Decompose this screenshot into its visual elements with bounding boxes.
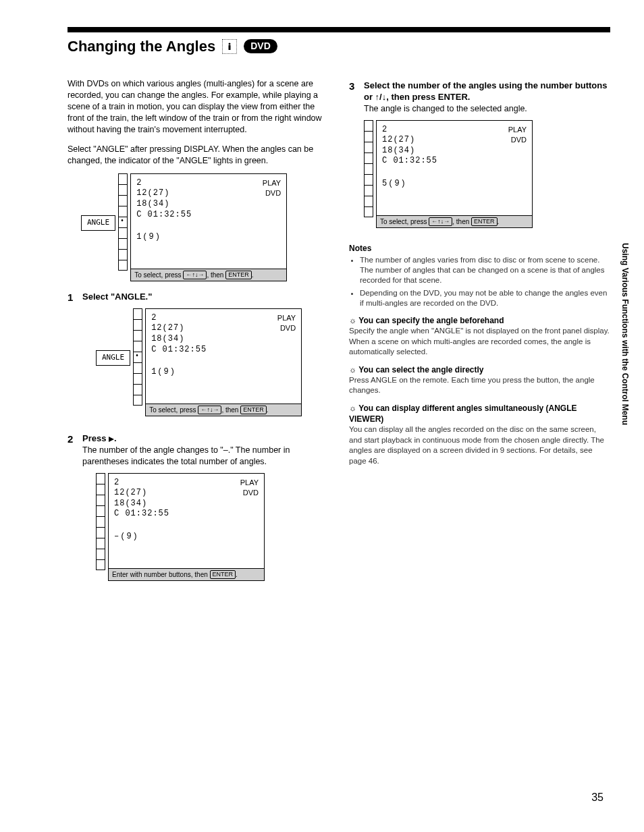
note-item: Depending on the DVD, you may not be abl… [360, 288, 610, 308]
osd-angle-value: 5(9) [382, 179, 527, 190]
angle-badge: ANGLE [96, 350, 130, 366]
osd-line: 12(27) [136, 188, 281, 199]
osd-line: C 01:32:55 [136, 210, 281, 221]
step-title: Select "ANGLE." [82, 291, 329, 303]
left-column: With DVDs on which various angles (multi… [68, 70, 329, 588]
step-number: 2 [68, 433, 77, 588]
step-1: 1 Select "ANGLE." ANGLE [68, 291, 329, 423]
tip-heading: You can select the angle directly [349, 364, 610, 375]
osd-display-step1: ANGLE PLAY DVD [96, 308, 329, 417]
side-tab: Using Various Functions with the Control… [620, 243, 630, 425]
dvd-badge: DVD [244, 39, 277, 53]
osd-line: 2 [136, 178, 281, 189]
step-number: 1 [68, 291, 77, 423]
svg-rect-1 [229, 45, 231, 50]
enter-key-icon: ENTER [225, 271, 252, 279]
tip-body: You can display all the angles recorded … [349, 424, 610, 466]
osd-line: 18(34) [136, 199, 281, 210]
page-title: Changing the Angles [68, 36, 215, 57]
osd-display-intro: ANGLE PLAY DVD 2 12(27) 18(34) [81, 173, 329, 282]
note-item: The number of angles varies from disc to… [360, 255, 610, 285]
osd-display-step3: PLAY DVD 2 12(27) 18(34) C 01:32:55 5(9) [364, 120, 610, 229]
notes-heading: Notes [349, 243, 610, 254]
osd-display-step2: PLAY DVD 2 12(27) 18(34) C 01:32:55 –(9) [96, 473, 329, 582]
angle-icon [222, 39, 237, 54]
osd-footer: To select, press ←↑↓→, then ENTER. [131, 269, 286, 281]
arrow-right-icon [109, 437, 114, 442]
arrow-keys-icon: ←↑↓→ [183, 271, 207, 279]
intro-paragraph-1: With DVDs on which various angles (multi… [68, 78, 329, 135]
tip-body: Press ANGLE on the remote. Each time you… [349, 375, 610, 396]
step-3: 3 Select the number of the angles using … [349, 80, 610, 235]
step-title: Press . [82, 433, 329, 445]
osd-angle-value: –(9) [114, 532, 259, 543]
step-desc: The angle is changed to the selected ang… [364, 103, 610, 115]
osd-angle-value: 1(9) [136, 232, 281, 243]
step-2: 2 Press . The number of the angle change… [68, 433, 329, 588]
osd-status-dvd: DVD [263, 188, 281, 198]
notes-list: The number of angles varies from disc to… [349, 255, 610, 308]
osd-status-play: PLAY [263, 178, 281, 188]
ladder-icon [118, 173, 128, 271]
tip-3: You can display different angles simulta… [349, 403, 610, 466]
ladder-icon [364, 120, 373, 217]
tip-2: You can select the angle directly Press … [349, 364, 610, 396]
ladder-icon [96, 473, 105, 570]
ladder-icon [133, 308, 142, 406]
right-column: 3 Select the number of the angles using … [349, 70, 610, 588]
tip-body: Specify the angle when "ANGLE" is not di… [349, 326, 610, 358]
tip-1: You can specify the angle beforehand Spe… [349, 315, 610, 358]
step-title: Select the number of the angles using th… [364, 80, 610, 103]
title-bar: Changing the Angles DVD [68, 27, 610, 57]
svg-point-0 [229, 43, 231, 45]
tip-heading: You can specify the angle beforehand [349, 315, 610, 326]
angle-badge: ANGLE [81, 215, 115, 231]
step-desc: The number of the angle changes to "–." … [82, 445, 329, 468]
tip-heading: You can display different angles simulta… [349, 403, 610, 424]
intro-paragraph-2: Select "ANGLE" after pressing DISPLAY. W… [68, 144, 329, 167]
step-number: 3 [349, 80, 358, 235]
